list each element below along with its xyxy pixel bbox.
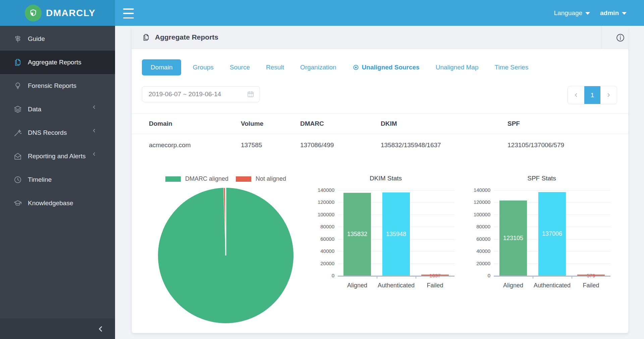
charts-row: DMARC alignedNot aligned DKIM Stats14000… (132, 173, 628, 331)
caret-down-icon (585, 12, 590, 15)
sidebar-item-dns-records[interactable]: DNS Records (0, 121, 115, 145)
chevron-left-icon (92, 152, 101, 161)
sidebar-item-label: Timeline (28, 176, 52, 183)
pagination-current-page[interactable]: 1 (584, 86, 601, 104)
date-range-picker[interactable]: 2019-06-07 ~ 2019-06-14 (142, 86, 260, 102)
tab-label: Time Series (495, 64, 529, 71)
chevron-left-icon (97, 325, 104, 333)
language-dropdown[interactable]: Language (554, 9, 590, 17)
sidebar-item-data[interactable]: Data (0, 98, 115, 121)
y-axis-tick-label: 60000 (320, 236, 334, 242)
graduation-cap-icon (13, 199, 22, 208)
y-axis-tick-label: 40000 (476, 248, 490, 254)
sidebar-collapse-button[interactable] (0, 319, 115, 339)
sidebar-item-reporting-and-alerts[interactable]: Reporting and Alerts (0, 145, 115, 168)
pagination-prev-button[interactable] (568, 86, 584, 104)
wand-icon (13, 128, 22, 137)
chart-title: DKIM Stats (317, 175, 454, 182)
sidebar-item-knowledgebase[interactable]: Knowledgebase (0, 191, 115, 215)
sidebar-item-forensic-reports[interactable]: Forensic Reports (0, 74, 115, 98)
tab-unaligned-sources[interactable]: Unaligned Sources (353, 64, 420, 71)
y-axis-tick-label: 0 (488, 273, 490, 278)
bar-value-label: 579 (567, 273, 615, 278)
dmarc-alignment-pie-block: DMARC alignedNot aligned (142, 173, 310, 325)
mail-open-icon (13, 152, 22, 161)
dmarc-alignment-pie (157, 186, 295, 325)
sidebar-item-timeline[interactable]: Timeline (0, 168, 115, 191)
legend-label: Not aligned (256, 175, 286, 182)
sidebar-item-label: Guide (28, 35, 45, 43)
bar-failed: 1637 (421, 275, 449, 276)
info-button[interactable] (601, 26, 628, 49)
chart-title: SPF Stats (473, 175, 610, 182)
sidebar-item-aggregate-reports[interactable]: Aggregate Reports (0, 51, 115, 74)
calendar-icon (247, 91, 254, 98)
x-axis: AlignedAuthenticatedFailed (338, 282, 454, 290)
y-axis-tick-label: 0 (332, 273, 334, 278)
chevron-right-icon (606, 93, 611, 98)
sidebar-item-label: Forensic Reports (28, 82, 76, 90)
tab-unaligned-map[interactable]: Unaligned Map (436, 64, 479, 71)
column-header-domain: Domain (149, 120, 241, 127)
bar-aligned: 135832 (343, 193, 371, 276)
tab-label: Result (266, 64, 284, 71)
table-row: acmecorp.com137585137086/499135832/13594… (132, 134, 628, 156)
user-dropdown[interactable]: admin (600, 9, 627, 17)
brand-name: DMARCLY (46, 8, 96, 18)
pagination-next-button[interactable] (600, 86, 617, 104)
table-cell: 137086/499 (300, 142, 381, 149)
signpost-icon (13, 35, 22, 43)
legend-swatch-icon (236, 176, 251, 182)
legend-item-not-aligned: Not aligned (236, 175, 286, 182)
bar-authenticated: 137006 (538, 192, 566, 276)
tab-organization[interactable]: Organization (300, 64, 336, 71)
chevron-left-icon (92, 128, 101, 137)
x-axis-category-label: Authenticated (378, 282, 415, 289)
x-axis: AlignedAuthenticatedFailed (494, 282, 610, 290)
column-header-dkim: DKIM (381, 120, 507, 127)
user-label: admin (600, 9, 619, 17)
y-axis: 140000120000100000800006000040000200000 (473, 190, 494, 276)
legend-label: DMARC aligned (185, 175, 228, 182)
bar-failed: 579 (577, 275, 605, 276)
lightbulb-icon (13, 81, 22, 90)
x-axis-category-label: Failed (427, 282, 443, 289)
tab-label: Organization (300, 64, 336, 71)
target-icon (353, 64, 359, 71)
bar-value-label: 135832 (340, 231, 374, 238)
dmarcly-logo-icon (25, 5, 42, 21)
tab-result[interactable]: Result (266, 64, 284, 71)
x-axis-category-label: Aligned (503, 282, 523, 289)
info-icon (616, 33, 624, 42)
tab-time-series[interactable]: Time Series (495, 64, 529, 71)
brand: DMARCLY (0, 0, 115, 26)
legend-swatch-icon (165, 176, 181, 182)
date-range-value: 2019-06-07 ~ 2019-06-14 (149, 91, 221, 98)
tab-groups[interactable]: Groups (193, 64, 213, 71)
bar-value-label: 135948 (379, 231, 413, 238)
y-axis-tick-label: 80000 (320, 224, 334, 229)
bar-value-label: 1637 (411, 273, 459, 278)
clock-icon (13, 175, 22, 184)
topbar: DMARCLY Language admin (0, 0, 644, 26)
sidebar-item-guide[interactable]: Guide (0, 27, 115, 51)
tab-source[interactable]: Source (230, 64, 250, 71)
bar-aligned: 123105 (499, 201, 527, 276)
column-header-volume: Volume (241, 120, 300, 127)
y-axis-tick-label: 120000 (474, 199, 490, 205)
y-axis-tick-label: 20000 (476, 261, 490, 266)
tab-label: Groups (193, 64, 213, 71)
table-cell: 123105/137006/579 (507, 142, 618, 149)
x-axis-category-label: Authenticated (534, 282, 571, 289)
bar-authenticated: 135948 (382, 192, 410, 276)
hamburger-menu-icon[interactable] (123, 8, 134, 19)
language-label: Language (554, 9, 583, 17)
sidebar: GuideAggregate ReportsForensic ReportsDa… (0, 26, 115, 339)
chevron-left-icon (574, 93, 579, 98)
dkim-stats-chart: DKIM Stats140000120000100000800006000040… (317, 173, 454, 290)
y-axis-tick-label: 20000 (320, 261, 334, 266)
layers-icon (13, 105, 22, 114)
tab-domain[interactable]: Domain (142, 59, 181, 75)
pie-legend: DMARC alignedNot aligned (142, 175, 310, 182)
sidebar-item-label: Knowledgebase (28, 200, 73, 207)
